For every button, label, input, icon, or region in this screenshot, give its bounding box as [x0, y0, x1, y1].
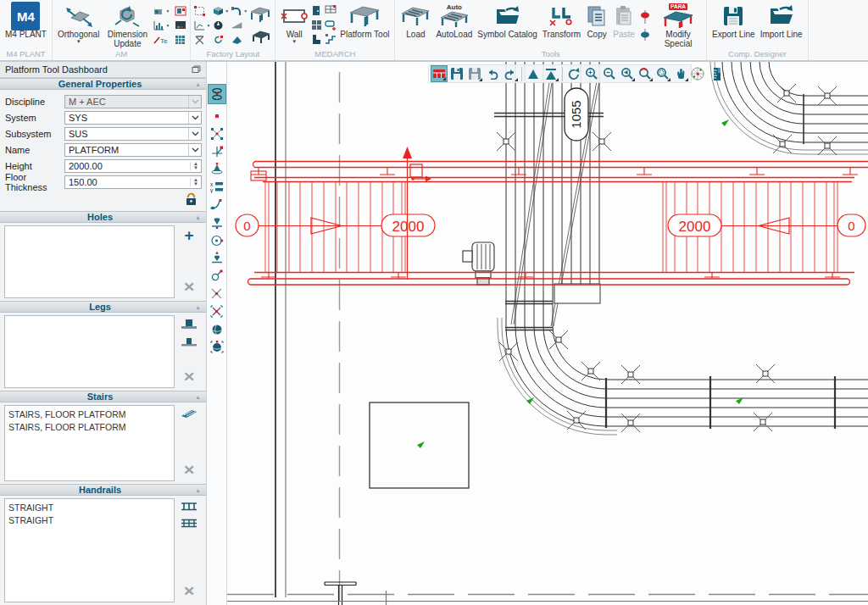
door-icon[interactable] — [311, 3, 322, 18]
add-hole-button[interactable]: + — [184, 229, 193, 242]
save-button[interactable] — [448, 65, 465, 82]
list-item[interactable]: STAIRS, FLOOR PLATFORM — [8, 408, 170, 421]
add-leg-type1-icon[interactable] — [181, 319, 197, 329]
conveyor-vertical[interactable] — [494, 62, 868, 435]
delete-handrail-button[interactable]: ✕ — [183, 586, 195, 598]
axis-origin-tool[interactable] — [208, 142, 226, 160]
delete-cross-tool[interactable] — [208, 285, 226, 302]
pipe-elbow-icon[interactable]: ▼ — [231, 3, 248, 18]
scatter-points-tool[interactable] — [208, 125, 226, 142]
boot-icon[interactable] — [311, 32, 322, 47]
handrails-list[interactable]: STRAIGHT STRAIGHT — [4, 498, 175, 602]
height-input[interactable]: 2000.00 ▲▼ — [64, 159, 202, 173]
list-item[interactable]: STRAIGHT — [8, 514, 170, 527]
move-cross-tool[interactable] — [208, 302, 226, 320]
list-item[interactable]: STRAIGHT — [8, 502, 170, 514]
discipline-select[interactable]: M + AEC — [64, 95, 202, 108]
subsystem-select[interactable]: SUS — [64, 127, 202, 141]
float-window-icon[interactable] — [192, 65, 201, 74]
ramp-icon[interactable] — [231, 32, 248, 47]
holes-list[interactable] — [4, 225, 175, 298]
paste-button[interactable]: Paste — [611, 2, 637, 49]
cube-icon[interactable]: ▼ — [213, 3, 229, 18]
wedge-icon[interactable] — [231, 18, 248, 32]
measure-ruler-icon[interactable] — [709, 65, 726, 82]
pan-hand-button[interactable] — [672, 65, 689, 82]
modify-special-button[interactable]: PARA Modify Special — [654, 2, 703, 49]
orthogonal-button[interactable]: Orthogonal ▼ — [56, 2, 101, 49]
window-panel-icon[interactable] — [311, 18, 322, 32]
curve-handle-tool[interactable] — [208, 196, 226, 214]
autoload-button[interactable]: Auto AutoLoad — [434, 2, 474, 49]
delete-stairs-button[interactable]: ✕ — [183, 465, 195, 477]
transform-button[interactable]: Transform — [541, 2, 582, 49]
rotate-part-icon[interactable] — [213, 32, 229, 47]
spinner-arrows-icon[interactable]: ▲▼ — [190, 162, 201, 170]
conveyor-top-right[interactable] — [710, 62, 868, 154]
rotate-view-button[interactable] — [565, 65, 582, 82]
name-select[interactable]: PLATFORM — [64, 143, 202, 157]
chart-tool-icon[interactable]: ▼ — [153, 18, 172, 32]
zoom-out-button[interactable] — [601, 65, 618, 82]
selection-box-icon[interactable] — [194, 3, 210, 18]
zoom-in-button[interactable] — [583, 65, 600, 82]
wall-button[interactable]: Wall ▼ — [279, 2, 309, 49]
list-item[interactable]: STAIRS, FLOOR PLATFORM — [8, 421, 170, 434]
orientation-gizmo-icon[interactable] — [689, 65, 706, 82]
te-annotation-icon[interactable]: Te — [153, 32, 172, 47]
axis-knob-red-icon[interactable] — [639, 10, 651, 24]
cone-support-tool[interactable] — [208, 249, 226, 267]
point-marker-tool[interactable] — [208, 107, 226, 125]
wall-dropdown-icon[interactable]: ▼ — [292, 39, 297, 44]
drawing-canvas[interactable]: 1055 — [227, 62, 868, 605]
export-line-button[interactable]: Export Line — [710, 2, 757, 49]
table-3d-icon[interactable] — [249, 3, 271, 25]
add-handrail-type2-icon[interactable] — [181, 519, 197, 528]
delete-leg-button[interactable]: ✕ — [183, 372, 195, 384]
undo-button[interactable] — [484, 65, 501, 82]
spinner-arrows-icon[interactable]: ▲▼ — [190, 178, 201, 186]
system-select[interactable]: SYS — [64, 111, 202, 125]
sphere-select-tool[interactable] — [208, 338, 226, 356]
zoom-previous-button[interactable] — [619, 65, 636, 82]
support-cone-tool[interactable] — [208, 160, 226, 178]
copy-button[interactable]: Copy — [584, 2, 609, 49]
compass-icon[interactable] — [213, 18, 229, 32]
add-stairs-icon[interactable] — [181, 408, 198, 419]
section-header-stairs[interactable]: Stairs ▲ — [0, 391, 206, 402]
monitor-icon[interactable] — [175, 18, 186, 32]
sphere-tool[interactable] — [208, 320, 226, 338]
cone-drop-tool[interactable] — [208, 214, 226, 231]
redo-button[interactable] — [502, 65, 519, 82]
import-line-button[interactable]: Import Line — [759, 2, 804, 49]
grid-table-icon[interactable] — [175, 32, 186, 47]
add-handrail-type1-icon[interactable] — [181, 502, 197, 511]
window-frame-icon[interactable] — [325, 3, 337, 18]
save-as-button[interactable] — [466, 65, 483, 82]
panel-title-bar[interactable]: Platform Tool Dashboard — [0, 62, 206, 78]
bench-3d-icon[interactable] — [249, 25, 271, 46]
app-button[interactable]: M4 M4 PLANT — [3, 2, 48, 49]
floor-thickness-input[interactable]: 150.00 ▲▼ — [64, 175, 202, 189]
platform-stair-treads[interactable] — [265, 182, 837, 272]
orthogonal-dropdown-icon[interactable]: ▼ — [76, 39, 81, 44]
platform-dashboard-button[interactable] — [431, 65, 448, 82]
dimension-update-button[interactable]: Dimension Update — [103, 2, 152, 49]
rotate-center-tool[interactable] — [208, 231, 226, 249]
zoom-selected-button[interactable] — [637, 65, 654, 82]
place-platform-tool[interactable] — [208, 84, 226, 104]
frame-plus-icon[interactable] — [325, 18, 337, 32]
zoom-fit-top-button[interactable] — [542, 65, 559, 82]
x-stand-icon[interactable] — [194, 32, 210, 47]
lasso-select-tool[interactable] — [208, 267, 226, 285]
delete-hole-button[interactable]: ✕ — [183, 282, 195, 294]
symbol-catalog-button[interactable]: Symbol Catalog — [476, 2, 539, 49]
legs-list[interactable] — [4, 315, 175, 388]
xy-coordinates-tool[interactable]: xy — [208, 178, 226, 196]
section-header-holes[interactable]: Holes ▲ — [0, 211, 206, 223]
axis-knob-teal-icon[interactable] — [639, 29, 651, 41]
bed-tool-icon[interactable]: ▼ — [153, 3, 172, 18]
viewport-red-icon[interactable] — [175, 3, 186, 18]
cad-drawing[interactable]: 1055 — [227, 62, 868, 605]
chart-axes-icon[interactable]: ▼ — [194, 18, 210, 32]
